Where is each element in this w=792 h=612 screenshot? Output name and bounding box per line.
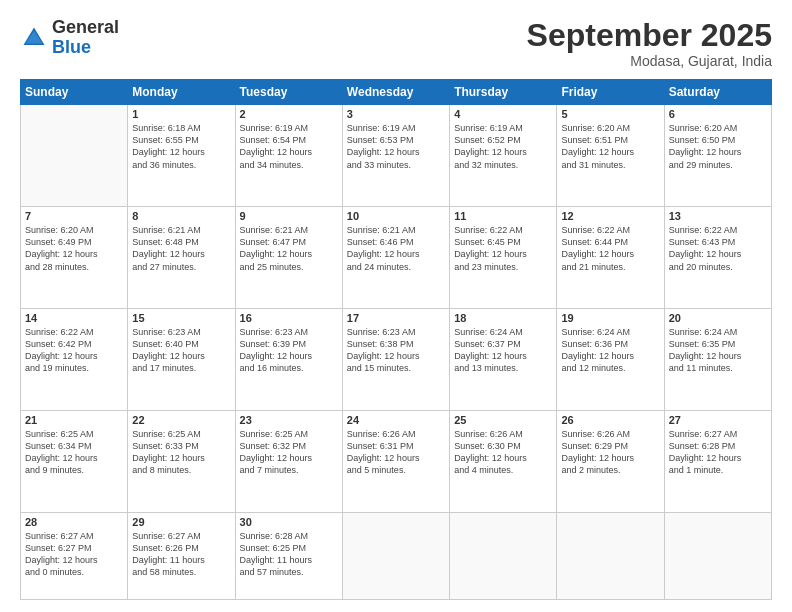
day-cell [342,512,449,599]
col-header-thursday: Thursday [450,80,557,105]
col-header-tuesday: Tuesday [235,80,342,105]
day-info: Sunrise: 6:25 AM Sunset: 6:32 PM Dayligh… [240,428,338,477]
day-number: 4 [454,108,552,120]
day-number: 27 [669,414,767,426]
week-row-4: 21Sunrise: 6:25 AM Sunset: 6:34 PM Dayli… [21,411,772,513]
day-info: Sunrise: 6:24 AM Sunset: 6:36 PM Dayligh… [561,326,659,375]
day-number: 10 [347,210,445,222]
col-header-saturday: Saturday [664,80,771,105]
day-cell: 20Sunrise: 6:24 AM Sunset: 6:35 PM Dayli… [664,309,771,411]
day-cell: 17Sunrise: 6:23 AM Sunset: 6:38 PM Dayli… [342,309,449,411]
day-number: 22 [132,414,230,426]
col-header-friday: Friday [557,80,664,105]
week-row-2: 7Sunrise: 6:20 AM Sunset: 6:49 PM Daylig… [21,207,772,309]
day-cell: 25Sunrise: 6:26 AM Sunset: 6:30 PM Dayli… [450,411,557,513]
logo-text: General Blue [52,18,119,58]
day-number: 24 [347,414,445,426]
day-info: Sunrise: 6:20 AM Sunset: 6:50 PM Dayligh… [669,122,767,171]
page: General Blue September 2025 Modasa, Guja… [0,0,792,612]
logo-general: General [52,18,119,38]
calendar-table: SundayMondayTuesdayWednesdayThursdayFrid… [20,79,772,600]
day-info: Sunrise: 6:27 AM Sunset: 6:28 PM Dayligh… [669,428,767,477]
day-cell: 8Sunrise: 6:21 AM Sunset: 6:48 PM Daylig… [128,207,235,309]
day-info: Sunrise: 6:26 AM Sunset: 6:31 PM Dayligh… [347,428,445,477]
day-info: Sunrise: 6:22 AM Sunset: 6:45 PM Dayligh… [454,224,552,273]
col-header-wednesday: Wednesday [342,80,449,105]
week-row-5: 28Sunrise: 6:27 AM Sunset: 6:27 PM Dayli… [21,512,772,599]
day-cell: 4Sunrise: 6:19 AM Sunset: 6:52 PM Daylig… [450,105,557,207]
day-info: Sunrise: 6:22 AM Sunset: 6:44 PM Dayligh… [561,224,659,273]
day-info: Sunrise: 6:19 AM Sunset: 6:54 PM Dayligh… [240,122,338,171]
day-number: 25 [454,414,552,426]
day-number: 6 [669,108,767,120]
day-info: Sunrise: 6:20 AM Sunset: 6:49 PM Dayligh… [25,224,123,273]
day-number: 9 [240,210,338,222]
day-info: Sunrise: 6:20 AM Sunset: 6:51 PM Dayligh… [561,122,659,171]
day-info: Sunrise: 6:27 AM Sunset: 6:26 PM Dayligh… [132,530,230,579]
day-cell: 15Sunrise: 6:23 AM Sunset: 6:40 PM Dayli… [128,309,235,411]
day-info: Sunrise: 6:22 AM Sunset: 6:42 PM Dayligh… [25,326,123,375]
day-cell: 29Sunrise: 6:27 AM Sunset: 6:26 PM Dayli… [128,512,235,599]
day-number: 23 [240,414,338,426]
day-info: Sunrise: 6:21 AM Sunset: 6:48 PM Dayligh… [132,224,230,273]
day-cell: 2Sunrise: 6:19 AM Sunset: 6:54 PM Daylig… [235,105,342,207]
day-number: 12 [561,210,659,222]
day-number: 29 [132,516,230,528]
day-number: 14 [25,312,123,324]
day-cell: 28Sunrise: 6:27 AM Sunset: 6:27 PM Dayli… [21,512,128,599]
day-cell [557,512,664,599]
day-number: 18 [454,312,552,324]
day-info: Sunrise: 6:18 AM Sunset: 6:55 PM Dayligh… [132,122,230,171]
day-cell: 13Sunrise: 6:22 AM Sunset: 6:43 PM Dayli… [664,207,771,309]
day-cell: 6Sunrise: 6:20 AM Sunset: 6:50 PM Daylig… [664,105,771,207]
day-cell: 27Sunrise: 6:27 AM Sunset: 6:28 PM Dayli… [664,411,771,513]
day-info: Sunrise: 6:23 AM Sunset: 6:38 PM Dayligh… [347,326,445,375]
day-number: 17 [347,312,445,324]
day-number: 1 [132,108,230,120]
col-header-sunday: Sunday [21,80,128,105]
day-cell: 12Sunrise: 6:22 AM Sunset: 6:44 PM Dayli… [557,207,664,309]
day-cell: 9Sunrise: 6:21 AM Sunset: 6:47 PM Daylig… [235,207,342,309]
header-row: SundayMondayTuesdayWednesdayThursdayFrid… [21,80,772,105]
day-cell [450,512,557,599]
day-info: Sunrise: 6:24 AM Sunset: 6:37 PM Dayligh… [454,326,552,375]
day-number: 30 [240,516,338,528]
day-number: 11 [454,210,552,222]
day-info: Sunrise: 6:21 AM Sunset: 6:46 PM Dayligh… [347,224,445,273]
day-cell [21,105,128,207]
day-number: 16 [240,312,338,324]
day-cell: 18Sunrise: 6:24 AM Sunset: 6:37 PM Dayli… [450,309,557,411]
day-cell: 21Sunrise: 6:25 AM Sunset: 6:34 PM Dayli… [21,411,128,513]
day-number: 5 [561,108,659,120]
header: General Blue September 2025 Modasa, Guja… [20,18,772,69]
day-number: 26 [561,414,659,426]
day-info: Sunrise: 6:23 AM Sunset: 6:40 PM Dayligh… [132,326,230,375]
day-cell: 26Sunrise: 6:26 AM Sunset: 6:29 PM Dayli… [557,411,664,513]
day-cell: 14Sunrise: 6:22 AM Sunset: 6:42 PM Dayli… [21,309,128,411]
day-info: Sunrise: 6:23 AM Sunset: 6:39 PM Dayligh… [240,326,338,375]
day-number: 20 [669,312,767,324]
day-info: Sunrise: 6:26 AM Sunset: 6:29 PM Dayligh… [561,428,659,477]
day-cell: 3Sunrise: 6:19 AM Sunset: 6:53 PM Daylig… [342,105,449,207]
logo-icon [20,24,48,52]
location: Modasa, Gujarat, India [527,53,772,69]
day-cell: 19Sunrise: 6:24 AM Sunset: 6:36 PM Dayli… [557,309,664,411]
day-number: 19 [561,312,659,324]
day-number: 15 [132,312,230,324]
day-number: 8 [132,210,230,222]
day-cell: 11Sunrise: 6:22 AM Sunset: 6:45 PM Dayli… [450,207,557,309]
day-cell: 30Sunrise: 6:28 AM Sunset: 6:25 PM Dayli… [235,512,342,599]
week-row-3: 14Sunrise: 6:22 AM Sunset: 6:42 PM Dayli… [21,309,772,411]
day-cell: 23Sunrise: 6:25 AM Sunset: 6:32 PM Dayli… [235,411,342,513]
day-number: 3 [347,108,445,120]
day-cell: 5Sunrise: 6:20 AM Sunset: 6:51 PM Daylig… [557,105,664,207]
col-header-monday: Monday [128,80,235,105]
day-cell [664,512,771,599]
day-info: Sunrise: 6:21 AM Sunset: 6:47 PM Dayligh… [240,224,338,273]
day-info: Sunrise: 6:19 AM Sunset: 6:53 PM Dayligh… [347,122,445,171]
day-info: Sunrise: 6:28 AM Sunset: 6:25 PM Dayligh… [240,530,338,579]
day-info: Sunrise: 6:27 AM Sunset: 6:27 PM Dayligh… [25,530,123,579]
day-cell: 1Sunrise: 6:18 AM Sunset: 6:55 PM Daylig… [128,105,235,207]
day-cell: 16Sunrise: 6:23 AM Sunset: 6:39 PM Dayli… [235,309,342,411]
logo: General Blue [20,18,119,58]
